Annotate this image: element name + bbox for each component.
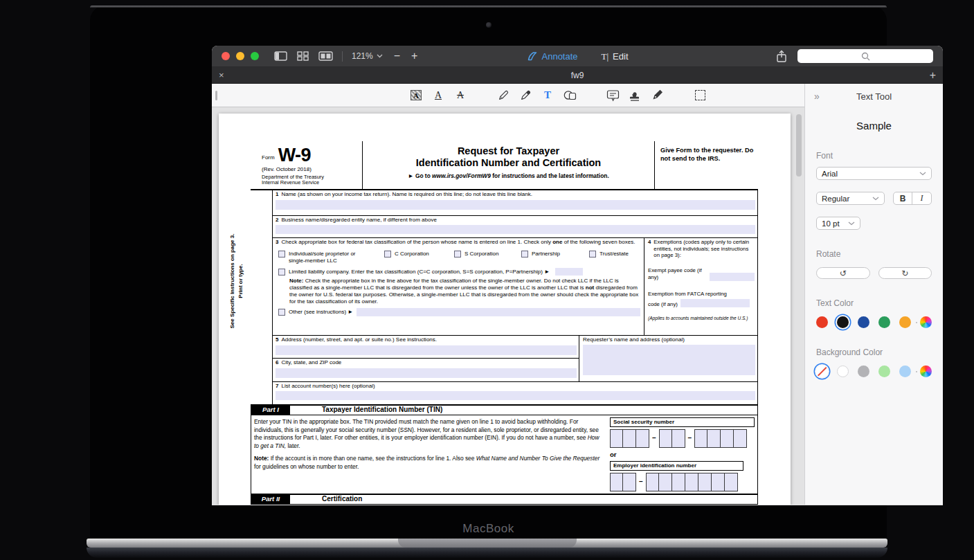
toolbar-grip[interactable] bbox=[215, 91, 217, 100]
new-tab-icon[interactable]: + bbox=[930, 70, 936, 81]
ein-digit[interactable] bbox=[659, 473, 672, 491]
background-color-wheel[interactable] bbox=[920, 365, 932, 377]
checkbox-other[interactable] bbox=[278, 309, 285, 316]
shapes-tool[interactable] bbox=[563, 88, 577, 102]
city-state-zip-input[interactable] bbox=[276, 368, 577, 378]
rotate-ccw-button[interactable]: ↺ bbox=[816, 267, 870, 279]
line2-row: 2Business name/disregarded entity name, … bbox=[273, 216, 757, 238]
ein-digit[interactable] bbox=[672, 473, 685, 491]
ssn-digit[interactable] bbox=[694, 429, 707, 448]
font-section-label: Font bbox=[816, 151, 932, 161]
account-numbers-input[interactable] bbox=[276, 391, 755, 400]
note-comment-tool[interactable] bbox=[606, 88, 620, 102]
part1-title: Taxpayer Identification Number (TIN) bbox=[322, 406, 442, 415]
macbook-thumb-scoop bbox=[398, 539, 577, 548]
text-color-blue[interactable] bbox=[858, 316, 869, 328]
part2-chip: Part II bbox=[251, 494, 290, 505]
highlight-text-tool[interactable]: A bbox=[409, 88, 424, 102]
ssn-digit[interactable] bbox=[707, 429, 721, 448]
ein-digit[interactable] bbox=[610, 473, 623, 491]
ssn-digit[interactable] bbox=[636, 429, 649, 448]
selection-tool[interactable] bbox=[693, 88, 707, 102]
ein-digit[interactable] bbox=[698, 473, 712, 491]
text-tool-panel: » Text Tool Sample Font Arial Regular B bbox=[804, 84, 943, 505]
background-color-gray[interactable] bbox=[858, 365, 869, 377]
fatca-input[interactable] bbox=[680, 299, 750, 307]
tab-title[interactable]: fw9 bbox=[212, 71, 943, 80]
underline-text-tool[interactable]: A bbox=[431, 88, 446, 102]
checkbox-partnership[interactable] bbox=[521, 251, 528, 258]
other-input[interactable] bbox=[357, 308, 640, 316]
checkbox-individual[interactable] bbox=[278, 251, 285, 258]
other-label: Other (see instructions) ► bbox=[289, 309, 353, 316]
name-field-input[interactable] bbox=[276, 200, 755, 210]
text-color-wheel[interactable] bbox=[920, 316, 932, 328]
ssn-digit[interactable] bbox=[672, 429, 685, 448]
font-family-select[interactable]: Arial bbox=[816, 167, 932, 180]
pdf-app-window: 121% − + Annotate T| Edit bbox=[212, 46, 943, 505]
checkbox-individual-label: Individual/sole proprietor or single-mem… bbox=[289, 251, 372, 264]
background-color-blue[interactable] bbox=[899, 365, 911, 377]
macbook-hinge bbox=[87, 539, 887, 548]
document-scrollbar[interactable] bbox=[796, 114, 802, 177]
text-color-swatches bbox=[816, 316, 932, 328]
ssn-digit[interactable] bbox=[623, 429, 636, 448]
checkbox-llc[interactable] bbox=[278, 269, 285, 276]
ein-digit[interactable] bbox=[685, 473, 698, 491]
form-goto-line: ► Go to www.irs.gov/FormW9 for instructi… bbox=[363, 172, 654, 180]
share-icon[interactable] bbox=[776, 50, 787, 63]
business-name-input[interactable] bbox=[276, 225, 755, 234]
italic-button[interactable]: I bbox=[912, 192, 931, 204]
pencil-icon bbox=[497, 89, 509, 102]
collapse-panel-icon[interactable]: » bbox=[814, 91, 820, 102]
pencil-tool[interactable] bbox=[496, 88, 511, 102]
tab-close-icon[interactable]: × bbox=[219, 71, 224, 80]
background-color-none[interactable] bbox=[816, 365, 828, 377]
address-input[interactable] bbox=[276, 345, 577, 355]
stamp-icon bbox=[629, 89, 641, 102]
annotation-toolbar: A A A T bbox=[212, 84, 804, 107]
selection-icon bbox=[695, 90, 705, 100]
part1-section: Part I Taxpayer Identification Number (T… bbox=[251, 404, 758, 494]
chevron-down-icon bbox=[872, 197, 879, 201]
text-color-black[interactable] bbox=[837, 316, 849, 328]
bold-italic-group: B I bbox=[893, 192, 932, 205]
checkbox-s-corporation[interactable] bbox=[454, 251, 461, 258]
ein-digit[interactable] bbox=[623, 473, 636, 491]
edit-mode-button[interactable]: T| Edit bbox=[602, 51, 629, 62]
highlighter-tool[interactable] bbox=[518, 88, 533, 102]
ssn-digit[interactable] bbox=[610, 429, 623, 448]
requester-input[interactable] bbox=[583, 345, 755, 375]
ein-digit[interactable] bbox=[712, 473, 725, 491]
ein-digit[interactable] bbox=[725, 473, 738, 491]
font-size-value: 10 pt bbox=[822, 219, 840, 228]
search-input[interactable] bbox=[797, 49, 933, 63]
bold-button[interactable]: B bbox=[894, 192, 912, 204]
text-tool[interactable]: T bbox=[541, 88, 555, 102]
font-size-select[interactable]: 10 pt bbox=[816, 217, 860, 230]
edit-label: Edit bbox=[613, 51, 628, 62]
text-color-green[interactable] bbox=[878, 316, 890, 328]
rotate-cw-button[interactable]: ↻ bbox=[878, 267, 932, 279]
ssn-digit[interactable] bbox=[734, 429, 747, 448]
line6-label: City, state, and ZIP code bbox=[281, 359, 341, 365]
annotate-mode-button[interactable]: Annotate bbox=[527, 51, 578, 62]
signature-tool[interactable] bbox=[650, 88, 665, 102]
text-color-red[interactable] bbox=[816, 316, 828, 328]
ssn-digit[interactable] bbox=[659, 429, 672, 448]
checkbox-c-corporation[interactable] bbox=[384, 251, 391, 258]
llc-classification-input[interactable] bbox=[555, 268, 583, 276]
font-style-select[interactable]: Regular bbox=[816, 192, 885, 205]
exempt-payee-input[interactable] bbox=[710, 273, 755, 281]
stamp-tool[interactable] bbox=[628, 88, 642, 102]
checkbox-trust-estate[interactable] bbox=[589, 251, 596, 258]
text-color-orange[interactable] bbox=[899, 316, 911, 328]
ein-digit[interactable] bbox=[646, 473, 659, 491]
background-color-green[interactable] bbox=[878, 365, 890, 377]
strikethrough-text-tool[interactable]: A bbox=[453, 88, 468, 102]
text-tool-icon: T bbox=[544, 90, 551, 100]
line7-row: 7List account number(s) here (optional) bbox=[273, 382, 757, 404]
ssn-digit[interactable] bbox=[721, 429, 734, 448]
background-color-white[interactable] bbox=[837, 365, 849, 377]
form-header-center: Request for Taxpayer Identification Numb… bbox=[363, 141, 654, 189]
